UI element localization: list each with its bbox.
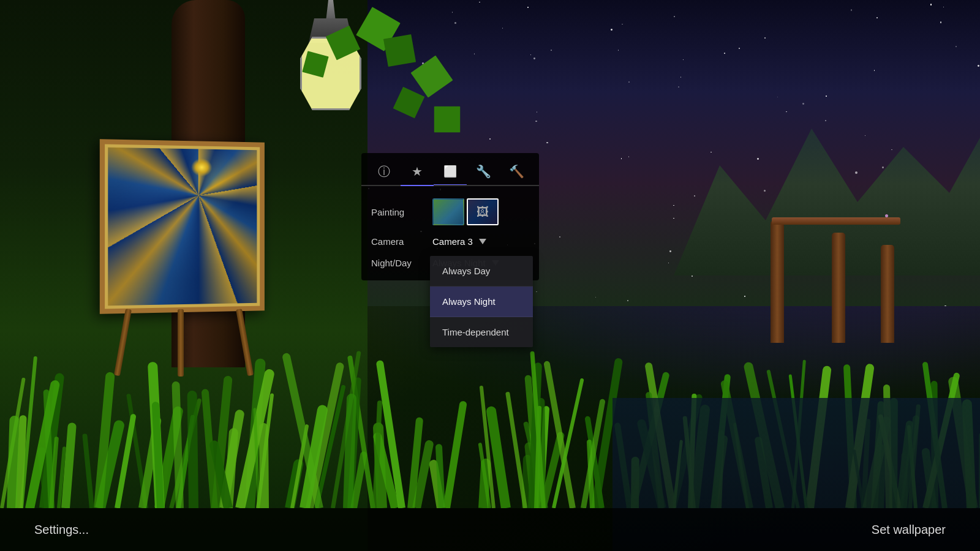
sparkle-3 <box>885 214 888 217</box>
tab-info[interactable]: ⓘ <box>368 158 401 185</box>
painting-canvas <box>108 148 257 306</box>
star <box>674 16 675 17</box>
image-icon: ⬜ <box>443 165 457 178</box>
toolbar: ⓘ ★ ⬜ 🔧 🔨 <box>361 153 539 185</box>
option-time-dependent[interactable]: Time-dependent <box>430 317 533 347</box>
star <box>673 205 674 206</box>
star <box>891 149 892 150</box>
bottom-bar: Settings... Set wallpaper <box>0 508 980 551</box>
camera-value: Camera 3 <box>432 236 473 247</box>
sparkle-2 <box>764 190 766 192</box>
star <box>786 111 787 113</box>
star <box>826 96 827 97</box>
option-always-day[interactable]: Always Day <box>430 256 533 287</box>
tab-tools[interactable]: 🔨 <box>500 158 533 185</box>
star <box>668 263 669 263</box>
painting-row: Painting 🖼 <box>371 198 529 225</box>
bridge-rail-top <box>772 217 900 225</box>
painting-thumbs: 🖼 <box>432 198 499 225</box>
easel <box>101 141 266 312</box>
star <box>724 53 725 54</box>
star <box>622 24 623 25</box>
star <box>694 195 695 197</box>
star <box>559 236 560 238</box>
star <box>944 305 946 306</box>
star <box>874 70 875 70</box>
painting-label: Painting <box>371 207 426 217</box>
tool-icon: 🔨 <box>509 164 524 179</box>
easel-leg-right <box>236 309 254 376</box>
tab-underline <box>361 185 539 186</box>
star <box>777 97 778 97</box>
tab-favorite[interactable]: ★ <box>401 158 434 185</box>
bridge-post-2 <box>832 233 845 343</box>
star <box>876 17 878 18</box>
star <box>940 21 941 23</box>
star-icon: ★ <box>412 164 423 179</box>
star <box>882 167 884 168</box>
star <box>802 103 804 105</box>
star <box>628 156 629 157</box>
tab-settings[interactable]: 🔧 <box>467 158 500 185</box>
star <box>618 50 619 50</box>
star <box>537 111 537 112</box>
night-day-menu: Always Day Always Night Time-dependent <box>430 256 533 347</box>
star <box>628 81 629 82</box>
star <box>739 48 741 50</box>
star <box>595 297 596 298</box>
star <box>621 158 622 159</box>
camera-arrow <box>479 239 486 244</box>
bridge-post-3 <box>881 245 894 343</box>
thumb-landscape[interactable] <box>432 198 464 225</box>
star <box>530 54 531 55</box>
star <box>535 121 537 122</box>
star <box>764 37 766 39</box>
star <box>943 7 944 8</box>
star <box>978 65 979 67</box>
camera-row: Camera Camera 3 <box>371 236 529 247</box>
painting-swirl <box>108 148 257 306</box>
easel-leg-center <box>178 309 184 377</box>
star <box>502 28 503 28</box>
info-icon: ⓘ <box>378 163 390 180</box>
star <box>757 158 759 160</box>
star <box>546 142 548 144</box>
option-always-night[interactable]: Always Night <box>430 287 533 317</box>
star <box>680 77 681 77</box>
lantern-tip <box>318 0 343 21</box>
camera-label: Camera <box>371 236 426 247</box>
star <box>744 296 745 297</box>
easel-legs <box>113 309 254 383</box>
star <box>454 22 456 24</box>
star <box>930 4 932 6</box>
star <box>489 138 491 140</box>
star <box>673 218 674 219</box>
set-wallpaper-button[interactable]: Set wallpaper <box>862 518 956 542</box>
star <box>527 7 529 8</box>
tab-image[interactable]: ⬜ <box>434 158 467 185</box>
easel-leg-left <box>114 309 132 376</box>
star <box>825 120 827 122</box>
star <box>710 152 712 153</box>
star <box>611 29 612 31</box>
sparkle-1 <box>855 171 858 174</box>
camera-dropdown[interactable]: Camera 3 <box>432 236 486 247</box>
star <box>669 250 671 252</box>
star <box>551 50 552 51</box>
star <box>536 291 537 293</box>
painting-frame <box>100 139 265 314</box>
wrench-icon: 🔧 <box>476 164 491 179</box>
star <box>956 46 957 47</box>
settings-panel: ⓘ ★ ⬜ 🔧 🔨 Painting 🖼 <box>361 153 539 280</box>
star <box>452 12 453 12</box>
star <box>865 135 865 136</box>
star <box>678 86 679 88</box>
star <box>683 59 684 60</box>
bridge-post-1 <box>771 220 784 343</box>
settings-button[interactable]: Settings... <box>24 518 99 542</box>
star <box>851 9 853 11</box>
thumb-painting[interactable]: 🖼 <box>467 198 499 225</box>
star <box>479 2 480 2</box>
star <box>627 300 628 301</box>
star <box>474 53 475 54</box>
